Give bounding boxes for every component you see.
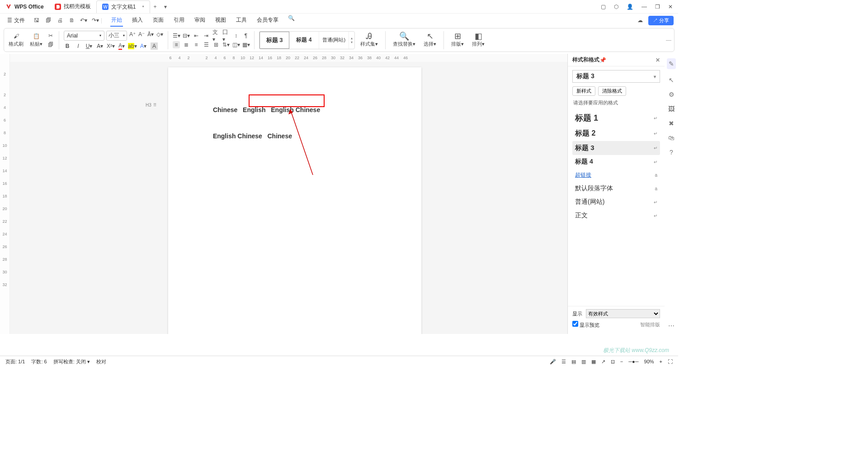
menu-insert[interactable]: 插入 bbox=[131, 14, 144, 27]
zoom-value[interactable]: 90% bbox=[644, 359, 654, 364]
format-brush-group[interactable]: 🖌 格式刷 bbox=[7, 33, 25, 47]
help-icon[interactable]: ? bbox=[670, 149, 673, 156]
increase-font-icon[interactable]: A⁺ bbox=[129, 31, 136, 38]
style-row[interactable]: 默认段落字体a bbox=[572, 182, 660, 195]
tab-document[interactable]: W 文字文稿1 • bbox=[96, 0, 150, 13]
clear-format-icon[interactable]: ◇▾ bbox=[156, 31, 163, 38]
cube-icon[interactable]: ⬡ bbox=[614, 4, 618, 10]
style-row[interactable]: 超链接a bbox=[572, 169, 660, 182]
style-row[interactable]: 普通(网站)↵ bbox=[572, 195, 660, 209]
panel-icon[interactable]: ▢ bbox=[601, 4, 606, 10]
proofread[interactable]: 校对 bbox=[96, 358, 106, 365]
copy-icon[interactable]: 🗐 bbox=[47, 41, 54, 48]
cut-icon[interactable]: ✂ bbox=[47, 32, 54, 39]
style-heading3[interactable]: 标题 3 bbox=[259, 32, 289, 49]
align-justify-icon[interactable]: ☰ bbox=[203, 41, 210, 48]
align-right-icon[interactable]: ≡ bbox=[193, 41, 200, 48]
menu-page[interactable]: 页面 bbox=[152, 14, 165, 27]
cart-icon[interactable]: 🛍 bbox=[668, 134, 675, 141]
change-case-icon[interactable]: Ȃ▾ bbox=[147, 31, 154, 38]
show-select[interactable]: 有效样式 bbox=[586, 309, 660, 318]
page-content[interactable]: Chinese English English Chinese English … bbox=[168, 67, 421, 183]
clear-format-button[interactable]: 清除格式 bbox=[598, 86, 626, 96]
tools-icon[interactable]: ✖ bbox=[669, 120, 674, 127]
maximize-button[interactable]: ❐ bbox=[655, 4, 660, 10]
align-left-icon[interactable]: ≡ bbox=[173, 41, 180, 48]
current-style-box[interactable]: 标题 3 ▾ bbox=[572, 70, 660, 83]
close-button[interactable]: ✕ bbox=[668, 4, 673, 10]
fit-icon[interactable]: ⊡ bbox=[611, 359, 615, 365]
arrange-button[interactable]: ◧ 排列▾ bbox=[469, 33, 487, 47]
font-select[interactable]: Arial▾ bbox=[64, 31, 104, 41]
strike-icon[interactable]: A̵▾ bbox=[96, 42, 104, 50]
menu-review[interactable]: 审阅 bbox=[193, 14, 206, 27]
undo-icon[interactable]: ↶▾ bbox=[80, 17, 87, 24]
smart-layout-link[interactable]: 智能排版 bbox=[640, 321, 660, 328]
decrease-font-icon[interactable]: A⁻ bbox=[138, 31, 145, 38]
tab-menu-button[interactable]: ▾ bbox=[160, 4, 170, 10]
panel-close-icon[interactable]: ✕ bbox=[656, 57, 660, 63]
highlight-icon[interactable]: ab▾ bbox=[129, 42, 136, 50]
distributed-icon[interactable]: ⊞ bbox=[212, 41, 220, 48]
menu-vip[interactable]: 会员专享 bbox=[256, 14, 279, 27]
redo-icon[interactable]: ↷▾ bbox=[92, 17, 99, 24]
pencil-icon[interactable]: ✎ bbox=[667, 58, 676, 69]
search-icon[interactable]: 🔍 bbox=[288, 14, 295, 22]
tab-template[interactable]: 找稻壳模板 bbox=[49, 0, 96, 13]
char-shading-icon[interactable]: A bbox=[151, 42, 158, 50]
heading-indicator[interactable]: H3 ⠿ bbox=[146, 103, 156, 108]
superscript-icon[interactable]: X²▾ bbox=[107, 42, 114, 50]
text-effect-icon[interactable]: A▾ bbox=[140, 42, 147, 50]
font-size-select[interactable]: 小三▾ bbox=[106, 31, 127, 41]
style-row[interactable]: 正文↵ bbox=[572, 209, 660, 222]
page[interactable]: H3 ⠿ Chinese English English Chinese Eng… bbox=[168, 67, 421, 334]
profile-icon[interactable]: 👤 bbox=[627, 4, 633, 10]
word-count[interactable]: 字数: 6 bbox=[31, 358, 47, 365]
print-icon[interactable]: 🖨 bbox=[57, 17, 64, 24]
style-heading4[interactable]: 标题 4 bbox=[289, 32, 319, 49]
cloud-icon[interactable]: ☁ bbox=[637, 17, 644, 24]
style-row[interactable]: 标题 2↵ bbox=[572, 126, 660, 141]
file-menu[interactable]: ☰ 文件 bbox=[5, 17, 28, 24]
pin-icon[interactable]: 📌 bbox=[599, 57, 606, 63]
phonetic-icon[interactable]: 文▾ bbox=[212, 32, 220, 39]
more-icon[interactable]: ⋯ bbox=[668, 322, 675, 329]
zoom-out-button[interactable]: − bbox=[620, 359, 623, 364]
style-gallery[interactable]: 标题 3 标题 4 普通(网站) ▴▾ bbox=[259, 31, 355, 49]
menu-start[interactable]: 开始 bbox=[110, 14, 123, 27]
borders-icon[interactable]: ▦▾ bbox=[242, 41, 250, 48]
menu-tools[interactable]: 工具 bbox=[235, 14, 248, 27]
selection-icon[interactable]: ↖ bbox=[669, 76, 674, 84]
decrease-indent-icon[interactable]: ⇤ bbox=[193, 32, 200, 39]
paste-group[interactable]: 📋 粘贴▾ bbox=[28, 33, 44, 47]
gallery-icon[interactable]: 🖼 bbox=[668, 105, 675, 113]
preview-checkbox[interactable]: 显示预览 bbox=[572, 321, 599, 329]
reading-view-icon[interactable]: ☰ bbox=[561, 359, 566, 365]
numbering-icon[interactable]: ⊟▾ bbox=[183, 32, 190, 39]
font-color-icon[interactable]: A▾ bbox=[118, 42, 125, 50]
page-indicator[interactable]: 页面: 1/1 bbox=[5, 358, 25, 365]
spell-check-status[interactable]: 拼写检查: 关闭 ▾ bbox=[53, 358, 90, 365]
settings-icon[interactable]: ⚙ bbox=[669, 91, 675, 98]
style-web[interactable]: 普通(网站) bbox=[319, 32, 349, 49]
voice-icon[interactable]: 🎤 bbox=[550, 359, 556, 365]
italic-icon[interactable]: I bbox=[75, 42, 82, 50]
share-button[interactable]: ↗ 分享 bbox=[648, 16, 674, 25]
print-preview-icon[interactable]: 🗐 bbox=[45, 17, 52, 24]
find-replace-button[interactable]: 🔍 查找替换▾ bbox=[390, 33, 418, 47]
sort-icon[interactable]: ↕ bbox=[232, 32, 240, 39]
menu-view[interactable]: 视图 bbox=[214, 14, 227, 27]
bold-icon[interactable]: B bbox=[64, 42, 71, 50]
save-icon[interactable]: 🖫 bbox=[33, 17, 40, 24]
new-tab-button[interactable]: + bbox=[150, 4, 160, 10]
menu-reference[interactable]: 引用 bbox=[173, 14, 185, 27]
select-button[interactable]: ↖ 选择▾ bbox=[421, 33, 439, 47]
drag-handle-icon[interactable]: ⠿ bbox=[153, 103, 156, 108]
print-layout-icon[interactable]: ▤ bbox=[571, 359, 576, 365]
underline-icon[interactable]: U▾ bbox=[85, 42, 93, 50]
zoom-in-button[interactable]: + bbox=[660, 359, 662, 364]
zoom-slider[interactable]: ─●─ bbox=[628, 359, 638, 364]
align-center-icon[interactable]: ≣ bbox=[183, 41, 190, 48]
export-icon[interactable]: 🗎 bbox=[68, 17, 75, 24]
style-row[interactable]: 标题 3↵ bbox=[572, 141, 660, 155]
